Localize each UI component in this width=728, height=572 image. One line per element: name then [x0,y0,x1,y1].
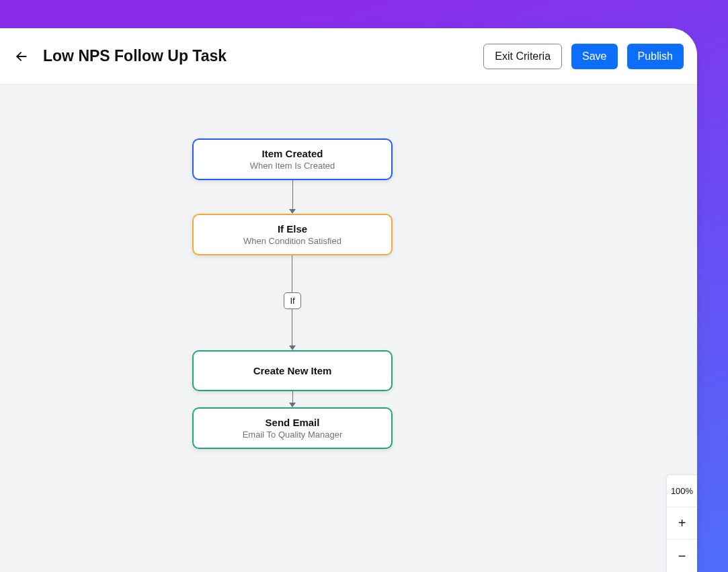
app-window: Low NPS Follow Up Task Exit Criteria Sav… [0,28,697,572]
zoom-level: 100% [667,475,697,507]
header-actions: Exit Criteria Save Publish [483,44,684,69]
node-title: If Else [202,223,383,235]
arrow-down-icon [289,345,296,350]
arrow-down-icon [289,209,296,214]
node-title: Item Created [202,148,383,159]
exit-criteria-button[interactable]: Exit Criteria [483,44,562,69]
connector [289,391,296,407]
zoom-in-button[interactable]: + [667,507,697,539]
node-subtitle: When Item Is Created [202,161,383,171]
flow-node-send-email[interactable]: Send Email Email To Quality Manager [192,407,393,449]
publish-button[interactable]: Publish [627,44,684,69]
node-subtitle: When Condition Satisfied [202,236,383,246]
node-title: Send Email [202,417,383,428]
branch-label-if[interactable]: If [284,292,300,309]
connector [289,180,296,214]
flow-column: Item Created When Item Is Created If Els… [192,138,393,449]
back-button[interactable] [13,48,30,65]
connector: If [284,255,300,350]
flow-node-trigger[interactable]: Item Created When Item Is Created [192,138,393,180]
app-header: Low NPS Follow Up Task Exit Criteria Sav… [0,28,697,85]
flow-node-condition[interactable]: If Else When Condition Satisfied [192,214,393,255]
zoom-out-button[interactable]: − [667,540,697,572]
save-button[interactable]: Save [571,44,617,69]
node-title: Create New Item [202,365,383,376]
arrow-down-icon [289,403,296,407]
flow-node-create-item[interactable]: Create New Item [192,350,393,391]
node-subtitle: Email To Quality Manager [202,430,383,440]
arrow-left-icon [15,50,28,63]
page-title: Low NPS Follow Up Task [43,47,470,65]
zoom-panel: 100% + − [666,475,697,572]
workflow-canvas[interactable]: Item Created When Item Is Created If Els… [0,85,697,572]
